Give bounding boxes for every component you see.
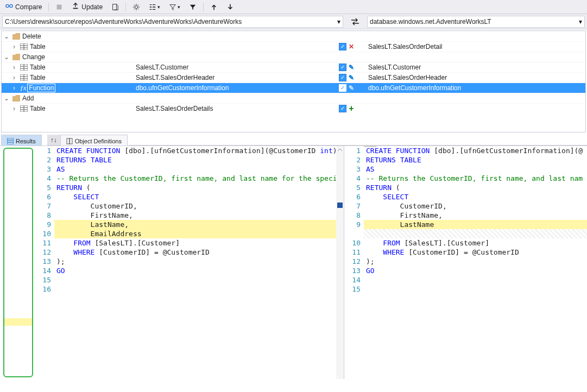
group-label: Delete	[22, 33, 41, 40]
folder-icon	[12, 33, 20, 40]
source-path-field[interactable]: C:\Users\drewsk\source\repos\AdventureWo…	[2, 16, 343, 28]
overview-ruler[interactable]	[3, 148, 33, 377]
swap-button[interactable]	[351, 18, 359, 26]
group-label: Change	[22, 53, 45, 61]
function-icon: ƒx	[20, 84, 26, 92]
svg-rect-3	[73, 8, 78, 9]
left-editor[interactable]: 12345678910111213141516 CREATE FUNCTION …	[35, 146, 344, 379]
expand-icon[interactable]: ›	[10, 105, 18, 112]
folder-icon	[12, 95, 20, 102]
folder-icon	[12, 54, 20, 60]
svg-rect-25	[67, 138, 70, 144]
group-add[interactable]: ⌄ Add	[2, 93, 585, 103]
table-icon	[20, 64, 28, 71]
main-toolbar: Compare Update ▾ ▾	[0, 0, 587, 14]
prev-diff-button[interactable]	[207, 1, 221, 13]
code-content[interactable]: CREATE FUNCTION [dbo].[ufnGetCustomerInf…	[54, 146, 344, 379]
svg-rect-4	[113, 4, 117, 10]
svg-point-1	[10, 4, 12, 7]
group-button[interactable]: ▾	[146, 1, 163, 13]
line-numbers: 12345678910111213141516	[35, 146, 54, 379]
expand-icon[interactable]: ›	[10, 84, 18, 92]
tab-results[interactable]: Results	[1, 135, 42, 146]
code-diff-area: 12345678910111213141516 CREATE FUNCTION …	[0, 146, 587, 379]
filter-clear-button[interactable]	[186, 1, 200, 13]
svg-rect-22	[7, 138, 14, 144]
svg-point-0	[6, 4, 9, 7]
options-button[interactable]	[129, 1, 143, 13]
compare-button[interactable]: Compare	[2, 1, 45, 13]
table-row[interactable]: › Table ✓ ✕ SalesLT.SalesOrderDetail	[2, 41, 585, 52]
vertical-scrollbar[interactable]	[336, 146, 344, 379]
type-label: Function	[27, 84, 55, 92]
group-change[interactable]: ⌄ Change	[2, 52, 585, 62]
left-object: SalesLT.SalesOrderDetails	[135, 105, 330, 112]
expand-icon[interactable]: ›	[10, 64, 18, 71]
svg-rect-2	[57, 4, 62, 9]
filter-button[interactable]: ▾	[166, 1, 184, 13]
edit-action-icon: ✎	[348, 74, 355, 81]
include-checkbox[interactable]: ✓	[339, 84, 346, 92]
right-object: dbo.ufnGetCustomerInformation	[357, 84, 585, 92]
table-row[interactable]: › Table SalesLT.Customer ✓ ✎ SalesLT.Cus…	[2, 62, 585, 72]
code-content[interactable]: CREATE FUNCTION [dbo].[ufnGetCustomerInf…	[364, 146, 587, 379]
add-action-icon: +	[348, 105, 355, 112]
update-button[interactable]: Update	[68, 1, 106, 13]
dropdown-icon[interactable]: ▾	[320, 18, 340, 26]
edit-action-icon: ✎	[348, 84, 355, 92]
include-checkbox[interactable]: ✓	[339, 74, 346, 81]
include-checkbox[interactable]: ✓	[339, 64, 346, 71]
collapse-icon[interactable]: ⌄	[3, 94, 10, 102]
table-icon	[20, 105, 28, 112]
nav-updown[interactable]: ↑↓	[47, 135, 60, 146]
group-delete[interactable]: ⌄ Delete	[2, 31, 585, 41]
svg-rect-26	[70, 138, 72, 144]
next-diff-button[interactable]	[223, 1, 237, 13]
collapse-icon[interactable]: ⌄	[3, 33, 10, 40]
right-object: SalesLT.SalesOrderHeader	[357, 74, 585, 81]
source-path-text: C:\Users\drewsk\source\repos\AdventureWo…	[5, 18, 320, 26]
compare-grid: ⌄ Delete › Table ✓ ✕ SalesLT.SalesOrderD…	[1, 30, 586, 132]
compare-label: Compare	[15, 3, 42, 11]
svg-point-5	[135, 5, 137, 8]
toolbar-separator	[125, 3, 126, 11]
table-icon	[20, 43, 28, 50]
address-row: C:\Users\drewsk\source\repos\AdventureWo…	[0, 14, 587, 29]
update-icon	[72, 2, 79, 11]
results-icon	[7, 138, 14, 144]
compare-icon	[5, 2, 13, 11]
type-label: Table	[30, 43, 46, 50]
right-editor[interactable]: 123456789101112131415 CREATE FUNCTION [d…	[344, 146, 587, 379]
group-label: Add	[22, 94, 34, 102]
tab-label: Results	[16, 138, 36, 144]
include-checkbox[interactable]: ✓	[339, 43, 346, 50]
expand-icon[interactable]: ›	[10, 74, 18, 81]
left-object: dbo.ufnGetCustomerInformation	[135, 84, 330, 92]
stop-button[interactable]	[52, 1, 66, 13]
table-row[interactable]: › Table SalesLT.SalesOrderHeader ✓ ✎ Sal…	[2, 72, 585, 83]
collapse-icon[interactable]: ⌄	[3, 53, 10, 61]
dropdown-icon[interactable]: ▾	[561, 18, 582, 26]
type-label: Table	[30, 74, 46, 81]
target-path-field[interactable]: database.windows.net.AdventureWorksLT ▾	[367, 16, 585, 28]
table-row[interactable]: › Table SalesLT.SalesOrderDetails ✓ +	[2, 103, 585, 113]
tab-object-definitions[interactable]: Object Definitions	[60, 135, 128, 146]
target-path-text: database.windows.net.AdventureWorksLT	[370, 18, 561, 26]
left-object: SalesLT.Customer	[135, 64, 330, 71]
scroll-thumb[interactable]	[337, 203, 343, 208]
table-icon	[20, 74, 28, 81]
update-label: Update	[81, 3, 103, 11]
table-row[interactable]: › ƒx Function dbo.ufnGetCustomerInformat…	[2, 83, 585, 93]
definitions-icon	[66, 138, 73, 144]
right-object: SalesLT.SalesOrderDetail	[357, 43, 585, 50]
edit-action-icon: ✎	[348, 64, 355, 71]
expand-icon[interactable]: ›	[10, 43, 18, 50]
script-button[interactable]	[108, 1, 122, 13]
toolbar-separator	[48, 3, 49, 11]
line-numbers: 123456789101112131415	[344, 146, 364, 379]
left-object: SalesLT.SalesOrderHeader	[135, 74, 330, 81]
type-label: Table	[30, 105, 46, 112]
toolbar-separator	[203, 3, 204, 11]
include-checkbox[interactable]: ✓	[339, 105, 346, 112]
tab-label: Object Definitions	[75, 138, 122, 144]
